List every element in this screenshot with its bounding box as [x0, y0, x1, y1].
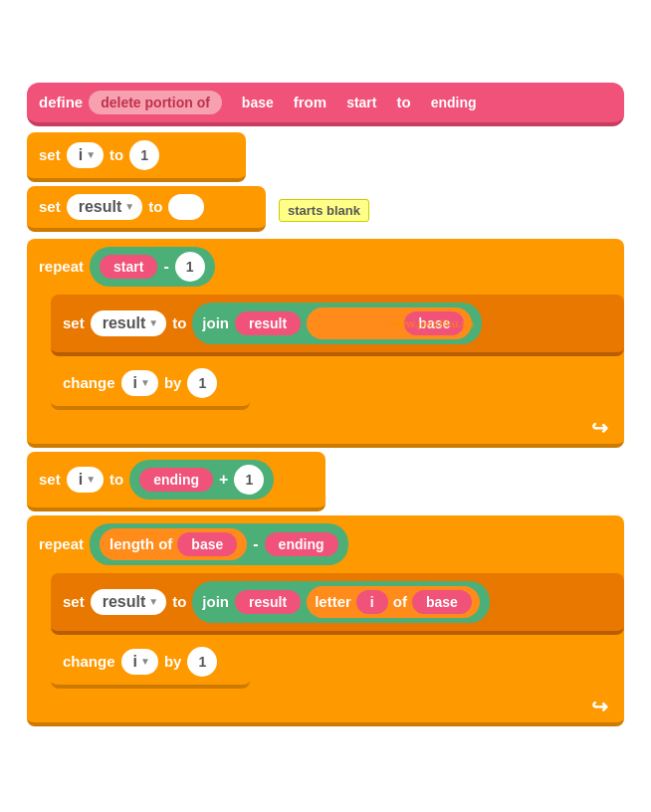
- dropdown-arrow-change-i-2: ▼: [140, 656, 150, 667]
- to-label-define: to: [396, 94, 410, 110]
- plus-sign: +: [219, 471, 228, 489]
- to-label-join-2: to: [172, 593, 186, 610]
- start-param: start: [332, 91, 390, 114]
- base-param: base: [228, 91, 288, 114]
- join-container-2: join result letter i of base: [192, 581, 489, 623]
- dropdown-arrow-result-3: ▼: [148, 596, 158, 607]
- set-result-block: set result ▼ to: [27, 186, 266, 232]
- join-container-1: join result www.javatiku.cn base: [192, 303, 482, 344]
- ending-pill-repeat2: ending: [265, 532, 338, 556]
- change-val-1: 1: [187, 368, 217, 398]
- to-label-1: to: [109, 146, 123, 163]
- change-i-block-2: change i ▼ by 1: [51, 639, 250, 689]
- join-label-2: join: [202, 593, 229, 610]
- length-of-label: length of: [109, 535, 172, 552]
- start-pill: start: [100, 255, 157, 279]
- var-result-dropdown-1[interactable]: result ▼: [67, 194, 142, 220]
- length-of-container: length of base: [100, 528, 247, 560]
- base-pill-repeat2: base: [177, 532, 237, 556]
- by-label-1: by: [164, 374, 182, 391]
- dropdown-arrow-i-2: ▼: [86, 474, 96, 485]
- value-ending-plus: 1: [234, 465, 264, 495]
- repeat-body-2: set result ▼ to join result letter i of …: [27, 573, 624, 689]
- change-label-2: change: [63, 653, 115, 670]
- set-i-ending-block: set i ▼ to ending + 1: [27, 452, 326, 511]
- of-label-2: of: [393, 593, 407, 610]
- starts-blank-label: starts blank: [279, 199, 369, 222]
- join-label: join: [202, 314, 229, 331]
- base-pill-inner2: base: [412, 590, 472, 614]
- to-label-2: to: [148, 198, 162, 215]
- define-label: define: [39, 94, 83, 110]
- letter-label-2: letter: [315, 593, 351, 610]
- result-pill-join-2: result: [235, 590, 301, 614]
- repeat-expression-2: length of base - ending: [90, 523, 347, 565]
- repeat-val-1: 1: [175, 252, 205, 282]
- result-pill-join: result: [235, 311, 301, 335]
- set-label-join-2: set: [63, 593, 85, 610]
- by-label-2: by: [164, 653, 182, 670]
- repeat-expression-1: start - 1: [90, 247, 215, 287]
- change-label-1: change: [63, 374, 115, 391]
- repeat-header-2: repeat length of base - ending: [27, 515, 624, 573]
- repeat-arrow-2: ↪: [27, 693, 624, 722]
- blank-value: [168, 194, 204, 220]
- i-pill: i: [356, 590, 388, 614]
- repeat-block-1: repeat start - 1 set result ▼ to join re…: [27, 239, 624, 448]
- set-label-join: set: [63, 314, 85, 331]
- repeat-body-1: set result ▼ to join result www.javatiku…: [27, 295, 624, 410]
- ending-pill-set: ending: [139, 468, 213, 492]
- letter-i-of-base-container: letter i of base: [307, 586, 480, 618]
- set-label-2: set: [39, 198, 61, 215]
- from-label: from: [294, 94, 326, 110]
- to-label-join: to: [172, 314, 186, 331]
- define-block: define delete portion of base from start…: [27, 83, 624, 126]
- set-label-1: set: [39, 146, 61, 163]
- ending-param: ending: [417, 91, 491, 114]
- base-pill-join: base: [404, 311, 464, 335]
- repeat-header-1: repeat start - 1: [27, 239, 624, 295]
- dropdown-arrow-i: ▼: [86, 149, 96, 160]
- set-result-join-block: set result ▼ to join result www.javatiku…: [51, 295, 624, 356]
- repeat-arrow-1: ↪: [27, 414, 624, 444]
- letter-of-container: www.javatiku.cn base: [307, 307, 472, 339]
- var-i-dropdown-change[interactable]: i ▼: [121, 370, 158, 396]
- dropdown-arrow-result-2: ▼: [148, 317, 158, 328]
- var-i-dropdown-2[interactable]: i ▼: [67, 467, 104, 493]
- var-i-dropdown-change-2[interactable]: i ▼: [121, 649, 158, 675]
- repeat-label-2: repeat: [39, 535, 84, 552]
- var-i-dropdown[interactable]: i ▼: [67, 142, 104, 168]
- var-result-dropdown-2[interactable]: result ▼: [91, 310, 166, 336]
- change-i-block-1: change i ▼ by 1: [51, 360, 250, 410]
- repeat-block-2: repeat length of base - ending set resul…: [27, 515, 624, 726]
- change-val-2: 1: [187, 647, 217, 677]
- dropdown-arrow-result-1: ▼: [124, 201, 134, 212]
- function-name-pill: delete portion of: [89, 91, 222, 114]
- set-label-3: set: [39, 471, 61, 488]
- set-result-join-block-2: set result ▼ to join result letter i of …: [51, 573, 624, 635]
- ending-plus-1-container: ending + 1: [129, 460, 274, 500]
- minus-1: -: [163, 258, 168, 276]
- value-1: 1: [129, 140, 159, 170]
- to-label-3: to: [109, 471, 123, 488]
- dropdown-arrow-change-i: ▼: [140, 377, 150, 388]
- repeat-label-1: repeat: [39, 258, 84, 275]
- var-result-dropdown-3[interactable]: result ▼: [91, 589, 166, 615]
- minus-2: -: [253, 535, 258, 553]
- set-i-block: set i ▼ to 1: [27, 132, 246, 182]
